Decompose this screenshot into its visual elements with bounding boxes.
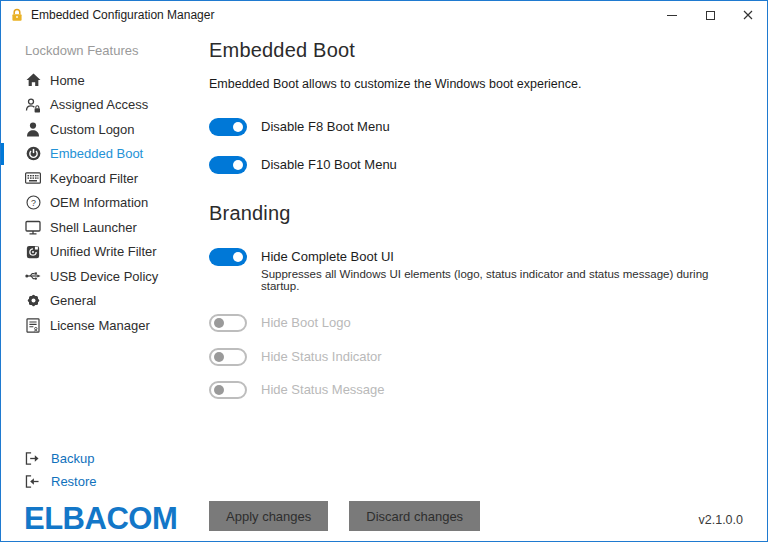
- maximize-button[interactable]: [691, 1, 729, 29]
- toggle-row-hide-status-indicator: Hide Status Indicator: [209, 347, 743, 366]
- toggle-label: Hide Status Message: [261, 381, 385, 398]
- toggle-row-disable-f10: Disable F10 Boot Menu: [209, 156, 743, 175]
- sidebar: Lockdown Features Home Assigned Access: [1, 29, 201, 541]
- sidebar-item-general[interactable]: General: [1, 289, 201, 314]
- backup-label: Backup: [51, 451, 94, 466]
- disk-icon: [25, 244, 41, 260]
- power-icon: [25, 146, 41, 162]
- sidebar-item-label: Assigned Access: [50, 97, 148, 112]
- discard-changes-button[interactable]: Discard changes: [349, 501, 480, 531]
- toggle-label: Disable F10 Boot Menu: [261, 156, 397, 173]
- sidebar-header: Lockdown Features: [1, 37, 201, 68]
- toggle-row-disable-f8: Disable F8 Boot Menu: [209, 117, 743, 136]
- sidebar-item-custom-logon[interactable]: Custom Logon: [1, 117, 201, 142]
- hide-status-indicator-toggle: [209, 348, 247, 366]
- sidebar-item-label: OEM Information: [50, 195, 148, 210]
- sidebar-item-embedded-boot[interactable]: Embedded Boot: [1, 142, 201, 167]
- minimize-icon: [667, 15, 677, 16]
- toggle-label: Hide Complete Boot UI: [261, 247, 743, 264]
- sidebar-item-label: License Manager: [50, 318, 150, 333]
- close-icon: [743, 10, 753, 20]
- disable-f10-toggle[interactable]: [209, 156, 247, 174]
- minimize-button[interactable]: [653, 1, 691, 29]
- gear-icon: [25, 293, 41, 309]
- sidebar-item-label: Unified Write Filter: [50, 244, 157, 259]
- window-controls: [653, 1, 767, 29]
- disable-f8-toggle[interactable]: [209, 118, 247, 136]
- main-content: Embedded Boot Embedded Boot allows to cu…: [201, 29, 767, 541]
- sidebar-item-label: General: [50, 293, 96, 308]
- titlebar: Embedded Configuration Manager: [1, 1, 767, 29]
- page-description: Embedded Boot allows to customize the Wi…: [209, 77, 743, 91]
- sidebar-footer: Backup Restore ELBACOM: [1, 447, 201, 541]
- toggle-description: Suppresses all Windows UI elements (logo…: [261, 268, 743, 292]
- restore-link[interactable]: Restore: [1, 470, 201, 493]
- branding-section-title: Branding: [209, 202, 743, 225]
- sidebar-item-license-manager[interactable]: License Manager: [1, 313, 201, 338]
- hide-boot-logo-toggle: [209, 314, 247, 332]
- person-icon: [25, 121, 41, 137]
- page-title: Embedded Boot: [209, 39, 743, 62]
- hide-complete-boot-ui-toggle[interactable]: [209, 248, 247, 266]
- sidebar-item-label: USB Device Policy: [50, 269, 158, 284]
- import-icon: [25, 475, 41, 489]
- sidebar-item-keyboard-filter[interactable]: Keyboard Filter: [1, 166, 201, 191]
- version-label: v2.1.0.0: [699, 513, 743, 531]
- monitor-icon: [25, 219, 41, 235]
- home-icon: [25, 72, 41, 88]
- lock-icon: [11, 8, 23, 23]
- apply-changes-button[interactable]: Apply changes: [209, 501, 328, 531]
- hide-status-message-toggle: [209, 381, 247, 399]
- sidebar-item-usb-device-policy[interactable]: USB Device Policy: [1, 264, 201, 289]
- elbacom-logo: ELBACOM: [1, 493, 201, 539]
- question-circle-icon: ?: [25, 195, 41, 211]
- toggle-label: Hide Status Indicator: [261, 347, 382, 364]
- document-icon: [25, 317, 41, 333]
- sidebar-item-unified-write-filter[interactable]: Unified Write Filter: [1, 240, 201, 265]
- app-window: Embedded Configuration Manager Lockdown …: [0, 0, 768, 542]
- toggle-label: Disable F8 Boot Menu: [261, 117, 390, 134]
- sidebar-item-label: Custom Logon: [50, 122, 135, 137]
- toggle-label: Hide Boot Logo: [261, 314, 351, 331]
- sidebar-item-label: Home: [50, 73, 85, 88]
- keyboard-icon: [25, 170, 41, 186]
- backup-link[interactable]: Backup: [1, 447, 201, 470]
- sidebar-item-label: Embedded Boot: [50, 146, 143, 161]
- toggle-row-hide-boot-logo: Hide Boot Logo: [209, 314, 743, 333]
- window-title: Embedded Configuration Manager: [31, 8, 214, 22]
- sidebar-item-label: Keyboard Filter: [50, 171, 138, 186]
- svg-text:?: ?: [31, 198, 36, 208]
- toggle-row-hide-status-message: Hide Status Message: [209, 381, 743, 400]
- usb-icon: [25, 268, 41, 284]
- close-button[interactable]: [729, 1, 767, 29]
- restore-label: Restore: [51, 474, 97, 489]
- assigned-access-icon: [25, 97, 41, 113]
- sidebar-item-assigned-access[interactable]: Assigned Access: [1, 93, 201, 118]
- sidebar-item-label: Shell Launcher: [50, 220, 137, 235]
- maximize-icon: [706, 11, 715, 20]
- sidebar-item-shell-launcher[interactable]: Shell Launcher: [1, 215, 201, 240]
- sidebar-item-home[interactable]: Home: [1, 68, 201, 93]
- action-bar: Apply changes Discard changes v2.1.0.0: [209, 501, 743, 531]
- toggle-row-hide-complete-boot-ui: Hide Complete Boot UI Suppresses all Win…: [209, 247, 743, 292]
- sidebar-item-oem-information[interactable]: ? OEM Information: [1, 191, 201, 216]
- export-icon: [25, 452, 41, 466]
